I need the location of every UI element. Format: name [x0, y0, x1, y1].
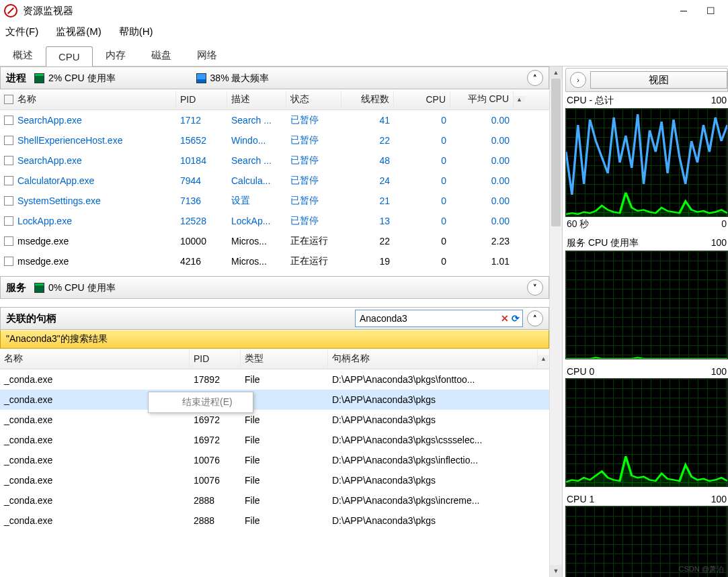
- context-menu[interactable]: 结束进程(E): [148, 392, 253, 413]
- hcol-pid[interactable]: PID: [190, 351, 241, 367]
- proc-avg: 0.00: [450, 173, 514, 189]
- table-row[interactable]: _conda.exe 16972 File D:\APP\Anaconda3\p…: [0, 410, 549, 430]
- handle-name: _conda.exe: [0, 492, 190, 508]
- row-checkbox[interactable]: [4, 216, 13, 226]
- view-button[interactable]: 视图: [590, 71, 727, 89]
- handle-name: _conda.exe: [0, 371, 190, 388]
- col-desc[interactable]: 描述: [227, 91, 286, 108]
- chart-axis-right: 0: [721, 218, 727, 230]
- chart-name: CPU 0: [567, 366, 594, 377]
- select-all-checkbox[interactable]: [4, 95, 13, 104]
- proc-desc: Micros...: [227, 233, 286, 249]
- tab-network[interactable]: 网络: [184, 44, 230, 66]
- clear-search-icon[interactable]: ✕: [501, 308, 509, 329]
- title-bar: 资源监视器 ─ ☐: [0, 0, 728, 21]
- table-row[interactable]: _conda.exe 16972 File D:\APP\Anaconda3\p…: [0, 430, 549, 450]
- col-cpu[interactable]: CPU: [394, 91, 450, 107]
- row-checkbox[interactable]: [4, 236, 13, 246]
- handle-scroll-up[interactable]: ▲: [538, 355, 549, 362]
- row-checkbox[interactable]: [4, 156, 13, 165]
- tab-memory[interactable]: 内存: [93, 44, 138, 66]
- tab-overview[interactable]: 概述: [0, 44, 46, 66]
- end-process-item[interactable]: 结束进程(E): [182, 396, 233, 407]
- table-row[interactable]: msedge.exe 4216 Micros... 正在运行 19 0 1.01: [0, 251, 549, 271]
- proc-desc: Windo...: [227, 132, 286, 148]
- col-threads[interactable]: 线程数: [341, 91, 394, 108]
- menu-monitor[interactable]: 监视器(M): [52, 24, 106, 40]
- table-row[interactable]: _conda.exe D:\APP\Anaconda3\pkgs: [0, 390, 549, 410]
- table-row[interactable]: SearchApp.exe 10184 Search ... 已暂停 48 0 …: [0, 150, 549, 171]
- table-row[interactable]: _conda.exe 17892 File D:\APP\Anaconda3\p…: [0, 369, 549, 390]
- proc-avg: 0.00: [450, 213, 514, 229]
- tab-disk[interactable]: 磁盘: [138, 44, 184, 66]
- minimize-button[interactable]: ─: [670, 1, 697, 20]
- table-row[interactable]: msedge.exe 10000 Micros... 正在运行 22 0 2.2…: [0, 231, 549, 251]
- processes-header[interactable]: 进程 2% CPU 使用率 38% 最大频率 ˄: [0, 66, 549, 89]
- handle-type: [241, 397, 328, 402]
- table-row[interactable]: _conda.exe 2888 File D:\APP\Anaconda3\pk…: [0, 511, 549, 531]
- col-name[interactable]: 名称: [17, 93, 36, 105]
- handle-path: D:\APP\Anaconda3\pkgs\increme...: [328, 492, 538, 508]
- row-checkbox[interactable]: [4, 116, 13, 125]
- table-row[interactable]: _conda.exe 2888 File D:\APP\Anaconda3\pk…: [0, 490, 549, 511]
- view-collapse-button[interactable]: ›: [570, 72, 586, 88]
- proc-desc: 设置: [227, 192, 286, 210]
- handle-pid: 10076: [190, 472, 241, 488]
- handles-header[interactable]: 关联的句柄 ✕ ⟳ ˄: [0, 307, 549, 330]
- menu-help[interactable]: 帮助(H): [115, 24, 157, 40]
- col-pid[interactable]: PID: [176, 91, 227, 107]
- handles-search-input[interactable]: [358, 312, 498, 324]
- handle-type: File: [241, 412, 328, 428]
- table-row[interactable]: SearchApp.exe 1712 Search ... 已暂停 41 0 0…: [0, 110, 549, 130]
- handle-path: D:\APP\Anaconda3\pkgs\cssselec...: [328, 432, 538, 448]
- proc-threads: 48: [341, 152, 394, 169]
- proc-cpu: 0: [394, 173, 450, 189]
- tab-cpu[interactable]: CPU: [46, 46, 93, 66]
- proc-threads: 22: [341, 233, 394, 249]
- view-bar: › 视图: [565, 68, 728, 92]
- chart-name: CPU - 总计: [567, 95, 614, 107]
- hcol-name[interactable]: 名称: [0, 350, 190, 367]
- proc-name: SearchApp.exe: [17, 115, 82, 126]
- services-header[interactable]: 服务 0% CPU 使用率 ˅: [0, 276, 549, 299]
- hcol-handle[interactable]: 句柄名称: [328, 350, 538, 367]
- scroll-thumb[interactable]: [551, 79, 561, 226]
- chart-block: CPU - 总计100 60 秒0: [565, 95, 728, 230]
- row-checkbox[interactable]: [4, 257, 13, 266]
- col-avg-cpu[interactable]: 平均 CPU: [450, 91, 514, 108]
- col-status[interactable]: 状态: [286, 91, 341, 108]
- processes-columns: 名称 PID 描述 状态 线程数 CPU 平均 CPU ▲: [0, 89, 549, 110]
- table-row[interactable]: LockApp.exe 12528 LockAp... 已暂停 13 0 0.0…: [0, 211, 549, 231]
- menu-file[interactable]: 文件(F): [1, 24, 42, 40]
- row-checkbox[interactable]: [4, 136, 13, 145]
- proc-cpu: 0: [394, 253, 450, 269]
- svc-cpu-text: 0% CPU 使用率: [48, 277, 116, 298]
- proc-name: msedge.exe: [17, 256, 69, 267]
- chart-axis-left: 60 秒: [567, 218, 589, 230]
- table-row[interactable]: _conda.exe 10076 File D:\APP\Anaconda3\p…: [0, 470, 549, 490]
- chart-max: 100: [711, 366, 727, 377]
- collapse-handles-button[interactable]: ˄: [527, 310, 543, 326]
- collapse-processes-button[interactable]: ˄: [527, 70, 543, 86]
- handle-pid: 16972: [190, 432, 241, 448]
- proc-pid: 12528: [176, 213, 227, 229]
- proc-scroll-up[interactable]: ▲: [514, 96, 525, 103]
- table-row[interactable]: SystemSettings.exe 7136 设置 已暂停 21 0 0.00: [0, 191, 549, 211]
- search-icon[interactable]: ⟳: [512, 308, 520, 329]
- table-row[interactable]: ShellExperienceHost.exe 15652 Windo... 已…: [0, 130, 549, 150]
- left-scrollbar[interactable]: ▲ ▼: [549, 66, 562, 577]
- table-row[interactable]: CalculatorApp.exe 7944 Calcula... 已暂停 24…: [0, 171, 549, 191]
- tab-bar: 概述 CPU 内存 磁盘 网络: [0, 43, 728, 66]
- row-checkbox[interactable]: [4, 176, 13, 185]
- handle-pid: 2888: [190, 513, 241, 529]
- maximize-button[interactable]: ☐: [697, 1, 724, 20]
- row-checkbox[interactable]: [4, 196, 13, 206]
- table-row[interactable]: _conda.exe 10076 File D:\APP\Anaconda3\p…: [0, 450, 549, 470]
- proc-avg: 0.00: [450, 152, 514, 169]
- cpu-usage-icon: [34, 73, 44, 83]
- expand-services-button[interactable]: ˅: [527, 279, 543, 296]
- scroll-up-icon[interactable]: ▲: [550, 66, 562, 79]
- svg-marker-2: [566, 456, 727, 486]
- hcol-type[interactable]: 类型: [241, 350, 328, 367]
- scroll-down-icon[interactable]: ▼: [550, 565, 562, 577]
